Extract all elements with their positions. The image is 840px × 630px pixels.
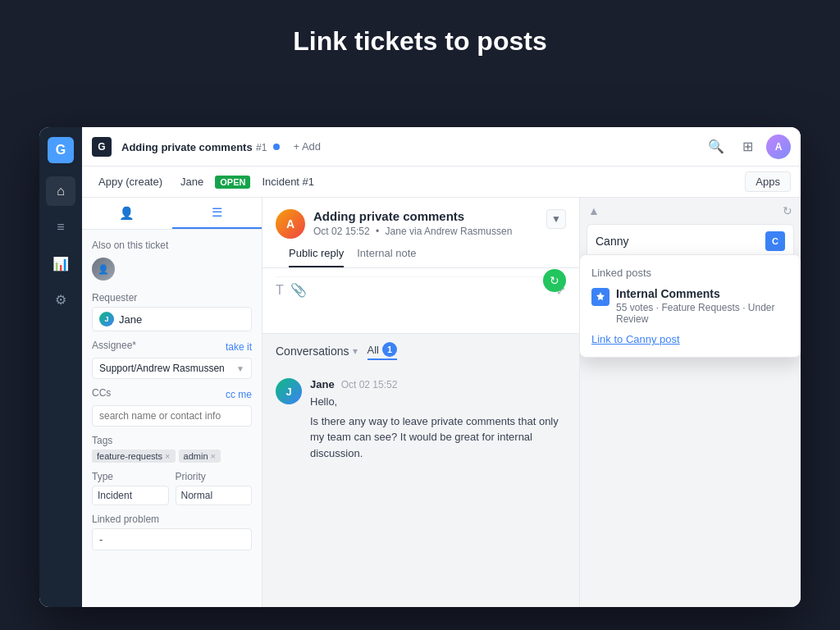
ccs-search-input[interactable]	[92, 405, 252, 427]
post-icon	[591, 288, 609, 306]
reply-tabs: Public reply Internal note	[276, 239, 566, 267]
post-title: Internal Comments	[616, 287, 789, 300]
right-panel-top: ▲ ↻	[580, 198, 801, 224]
message-item: J Jane Oct 02 15:52 Hello, Is there any …	[276, 378, 566, 461]
canny-section: Canny C Linked posts	[587, 224, 794, 258]
main-content: G Adding private comments #1 + Add 🔍 ⊞ A…	[82, 127, 801, 607]
left-nav: G ⌂ ≡ 📊 ⚙	[39, 127, 82, 607]
cc-me-link[interactable]: cc me	[226, 389, 252, 400]
message-header: Jane Oct 02 15:52	[310, 378, 566, 390]
nav-settings-icon[interactable]: ⚙	[46, 285, 75, 314]
tag-remove-icon: ×	[165, 451, 170, 461]
ticket-details: Adding private comments Oct 02 15:52 • J…	[313, 209, 512, 239]
tag-feature-requests[interactable]: feature-requests ×	[92, 450, 176, 463]
breadcrumb-agent[interactable]: Jane	[174, 173, 210, 190]
linked-problem-value[interactable]: -	[92, 528, 252, 550]
message-text: Hello, Is there any way to leave private…	[310, 394, 566, 461]
nav-stats-icon[interactable]: 📊	[46, 249, 75, 278]
assignee-label: Assignee*	[92, 340, 136, 351]
conversations-bar: Conversations ▾ All 1	[262, 334, 579, 368]
nav-tickets-icon[interactable]: ≡	[46, 212, 75, 242]
priority-col: Priority Normal	[176, 471, 253, 505]
also-on-ticket-label: Also on this ticket	[92, 240, 252, 251]
topbar-logo: G	[92, 137, 112, 157]
message-avatar: J	[276, 378, 302, 404]
canny-name: Canny	[596, 235, 628, 248]
also-on-avatar: 👤	[92, 258, 115, 281]
conv-chevron-icon: ▾	[353, 345, 358, 357]
ticket-header-top: A Adding private comments Oct 02 15:52 •…	[276, 209, 566, 239]
reply-toolbar: T 📎 ⤢	[276, 276, 566, 298]
page-hero-title: Link tickets to posts	[0, 0, 840, 80]
tab-details[interactable]: ☰	[172, 198, 262, 229]
right-panel: ▲ ↻ Canny C Linked posts	[579, 198, 801, 607]
refresh-icon[interactable]: ↻	[783, 204, 792, 217]
grid-icon[interactable]: ⊞	[735, 135, 760, 159]
ccs-row: CCs cc me	[92, 387, 252, 402]
ccs-label: CCs	[92, 387, 111, 399]
ticket-info: A Adding private comments Oct 02 15:52 •…	[276, 209, 512, 239]
take-it-link[interactable]: take it	[226, 341, 252, 353]
tag-admin[interactable]: admin ×	[179, 450, 221, 463]
requester-avatar: J	[99, 312, 114, 326]
post-meta: 55 votes · Feature Requests · Under Revi…	[616, 302, 789, 325]
canny-header: Canny C	[587, 225, 793, 258]
apps-button[interactable]: Apps	[745, 171, 791, 192]
linked-posts-dropdown: Linked posts Internal Comments 55 vote	[579, 254, 801, 358]
linked-post-item: Internal Comments 55 votes · Feature Req…	[591, 287, 789, 325]
conversations-button[interactable]: Conversations ▾	[276, 345, 358, 358]
tab-public-reply[interactable]: Public reply	[289, 247, 344, 267]
nav-home-icon[interactable]: ⌂	[46, 176, 75, 206]
messages-area: J Jane Oct 02 15:52 Hello, Is there any …	[262, 368, 579, 607]
message-author: Jane	[310, 378, 335, 390]
link-canny-post-link[interactable]: Link to Canny post	[591, 333, 789, 345]
text-format-icon[interactable]: T	[276, 283, 284, 298]
assignee-field[interactable]: Support/Andrew Rasmussen ▼	[92, 358, 252, 379]
type-select[interactable]: Incident	[92, 486, 169, 505]
ticket-meta: Oct 02 15:52 • Jane via Andrew Rasmussen	[313, 226, 512, 237]
app-window: G ⌂ ≡ 📊 ⚙ G Adding private comments #1 +…	[39, 127, 801, 607]
ticket-title-text: Adding private comments	[313, 209, 512, 223]
priority-select[interactable]: Normal	[176, 486, 253, 505]
ticket-avatar: A	[276, 209, 305, 239]
assignee-row: Assignee* take it	[92, 340, 252, 354]
chevron-up-icon[interactable]: ▲	[588, 204, 600, 217]
requester-label: Requester	[92, 292, 252, 304]
add-button[interactable]: + Add	[286, 137, 327, 156]
status-badge: OPEN	[215, 176, 250, 189]
reply-area[interactable]: ↻ T 📎 ⤢	[262, 268, 579, 334]
type-col: Type Incident	[92, 471, 169, 505]
linked-posts-title: Linked posts	[591, 267, 789, 279]
priority-label: Priority	[176, 471, 253, 482]
search-icon[interactable]: 🔍	[704, 135, 728, 159]
middle-panel: A Adding private comments Oct 02 15:52 •…	[262, 198, 579, 607]
left-panel-content: Also on this ticket 👤 Requester J Jane A…	[82, 230, 262, 560]
breadcrumb-app[interactable]: Appy (create)	[92, 173, 169, 190]
user-avatar-top[interactable]: A	[766, 135, 791, 159]
unread-dot	[273, 144, 280, 150]
linked-problem-label: Linked problem	[92, 514, 252, 525]
count-badge: 1	[382, 342, 397, 357]
canny-icon: C	[765, 231, 785, 251]
tag-admin-remove-icon: ×	[211, 451, 216, 461]
top-bar: G Adding private comments #1 + Add 🔍 ⊞ A	[82, 127, 801, 167]
tags-label: Tags	[92, 435, 252, 446]
content-area: 👤 ☰ Also on this ticket 👤 Requester J Ja…	[82, 198, 801, 607]
collapse-button[interactable]: ▼	[546, 209, 566, 229]
tab-person[interactable]: 👤	[82, 198, 172, 229]
all-tab[interactable]: All 1	[368, 342, 397, 360]
nav-logo: G	[48, 137, 74, 163]
type-priority-row: Type Incident Priority Normal	[92, 471, 252, 505]
ticket-header: A Adding private comments Oct 02 15:52 •…	[262, 198, 579, 268]
message-time: Oct 02 15:52	[341, 379, 398, 390]
breadcrumb-ticket[interactable]: Incident #1	[255, 173, 321, 190]
message-content: Jane Oct 02 15:52 Hello, Is there any wa…	[310, 378, 566, 461]
ticket-title: Adding private comments #1	[121, 139, 267, 154]
attachment-icon[interactable]: 📎	[290, 282, 307, 298]
panel-tabs: 👤 ☰	[82, 198, 262, 230]
tab-internal-note[interactable]: Internal note	[357, 247, 416, 267]
tags-container: feature-requests × admin ×	[92, 450, 252, 463]
ai-assistant-avatar: ↻	[543, 269, 566, 292]
requester-field[interactable]: J Jane	[92, 307, 252, 331]
breadcrumb-bar: Appy (create) Jane OPEN Incident #1 Apps	[82, 167, 801, 198]
